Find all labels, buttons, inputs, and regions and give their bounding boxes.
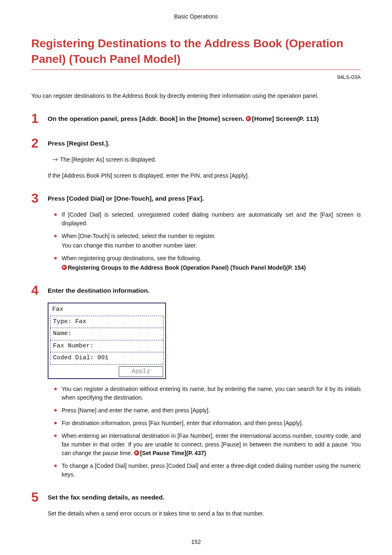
result-text: The [Register As] screen is displayed. [60,156,156,163]
list-item: When [One-Touch] is selected, select the… [54,232,361,250]
section-header: Basic Operations [31,12,361,21]
step-title: Press [Regist Dest.]. [48,136,110,148]
bullet-list: If [Coded Dial] is selected, unregistere… [48,210,361,272]
step-1: 1 On the operation panel, press [Addr. B… [31,112,361,125]
list-item: To change a [Coded Dial] number, press [… [54,462,361,479]
step-title: Enter the destination information. [48,284,150,295]
screen-row-fax-number[interactable]: Fax Number: [50,340,164,353]
screen-row-coded-dial[interactable]: Coded Dial: 001 [50,352,164,365]
step-number: 2 [31,136,42,150]
page-number: 152 [31,538,361,546]
intro-text: You can register destinations to the Add… [31,92,361,100]
screen-row-type[interactable]: Type: Fax [50,316,164,328]
list-item-text: When registering group destinations, see… [62,255,201,261]
step-number: 5 [31,490,42,504]
list-item-text: When [One-Touch] is selected, select the… [62,233,216,239]
step-number: 4 [31,284,42,297]
result-arrow-icon [53,158,58,161]
link-icon [246,116,251,121]
step-2: 2 Press [Regist Dest.]. The [Register As… [31,136,361,180]
result-line: The [Register As] screen is displayed. [48,155,361,164]
cross-ref-link[interactable]: [Home] Screen(P. 113) [252,115,319,122]
step-4: 4 Enter the destination information. Fax… [31,284,361,479]
device-screenshot: Fax Type: Fax Name: Fax Number: Coded Di… [48,303,166,379]
page-title: Registering Destinations to the Address … [31,36,361,67]
cross-ref-link[interactable]: [Set Pause Time](P. 437) [140,450,206,456]
step-title: Press [Coded Dial] or [One-Touch], and p… [48,192,204,203]
title-block: Registering Destinations to the Address … [31,36,361,70]
list-item: For destination information, press [Fax … [54,419,361,428]
bullet-list: You can register a destination without e… [48,385,361,479]
apply-button[interactable]: Apply [119,366,163,377]
step-title-text: On the operation panel, press [Addr. Boo… [48,115,246,122]
screen-title: Fax [50,304,164,315]
list-item: When entering an international destinati… [54,432,361,458]
link-icon [62,265,67,270]
step-3: 3 Press [Coded Dial] or [One-Touch], and… [31,192,361,272]
step-title: On the operation panel, press [Addr. Boo… [48,112,319,123]
cross-ref-link[interactable]: Registering Groups to the Address Book (… [68,264,306,271]
list-item-subtext: You can change this number to another nu… [62,241,361,250]
step-number: 1 [31,112,42,125]
screen-row-name[interactable]: Name: [50,328,164,340]
step-title: Set the fax sending details, as needed. [48,490,164,502]
list-item-text: When entering an international destinati… [62,432,361,456]
step-number: 3 [31,192,42,205]
note-text: If the [Address Book PIN] screen is disp… [48,171,361,180]
list-item: When registering group destinations, see… [54,254,361,272]
list-item: You can register a destination without e… [54,385,361,402]
list-item: If [Coded Dial] is selected, unregistere… [54,210,361,228]
link-icon [134,450,139,456]
list-item: Press [Name] and enter the name, and the… [54,406,361,415]
step-5: 5 Set the fax sending details, as needed… [31,490,361,518]
step-paragraph: Set the details when a send error occurs… [48,509,361,518]
document-code: 94LS-03A [31,73,361,81]
